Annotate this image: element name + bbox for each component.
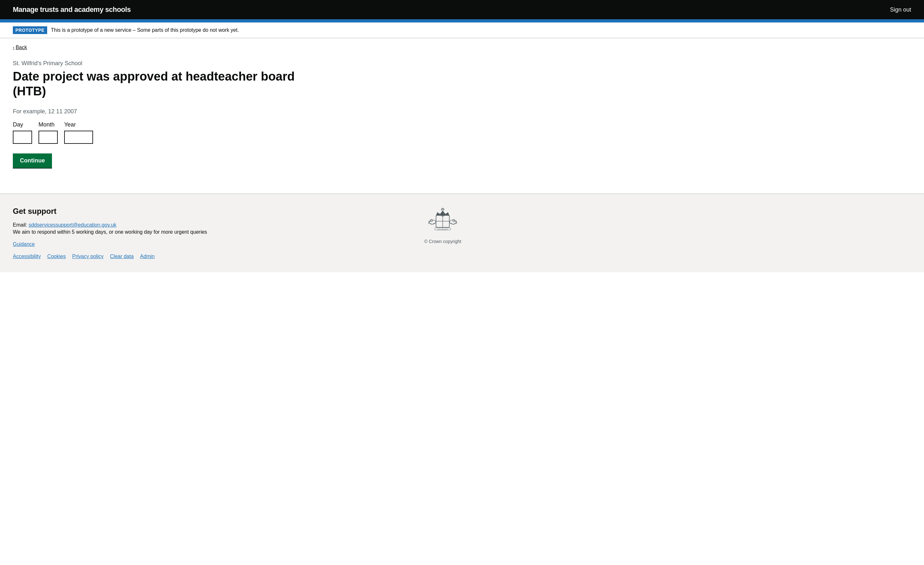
footer-link-accessibility[interactable]: Accessibility bbox=[13, 254, 41, 259]
year-field: Year bbox=[64, 121, 93, 144]
back-link-container: ‹ Back bbox=[13, 45, 295, 50]
footer: Get support Email: sddservicessupport@ed… bbox=[0, 194, 924, 272]
svg-text:DIEU ET MON DROIT: DIEU ET MON DROIT bbox=[437, 229, 448, 230]
crown-copyright-text: © Crown copyright bbox=[424, 239, 461, 244]
main-content: ‹ Back St. Wilfrid's Primary School Date… bbox=[0, 38, 308, 187]
sign-out-link[interactable]: Sign out bbox=[890, 6, 911, 13]
page-content: St. Wilfrid's Primary School Date projec… bbox=[13, 60, 295, 168]
year-input[interactable] bbox=[64, 131, 93, 144]
date-hint-text: For example, 12 11 2007 bbox=[13, 108, 295, 115]
footer-guidance-link[interactable]: Guidance bbox=[13, 241, 423, 247]
date-inputs: Day Month Year bbox=[13, 121, 295, 144]
prototype-message: This is a prototype of a new service – S… bbox=[51, 27, 239, 33]
footer-link-privacy-policy[interactable]: Privacy policy bbox=[72, 254, 104, 259]
back-chevron-icon: ‹ bbox=[13, 45, 14, 50]
footer-link-clear-data[interactable]: Clear data bbox=[110, 254, 134, 259]
month-field: Month bbox=[39, 121, 58, 144]
footer-links: Accessibility Cookies Privacy policy Cle… bbox=[13, 254, 423, 259]
day-input[interactable] bbox=[13, 131, 32, 144]
header: Manage trusts and academy schools Sign o… bbox=[0, 0, 924, 19]
svg-point-7 bbox=[441, 208, 444, 211]
footer-email-label: Email: sddservicessupport@education.gov.… bbox=[13, 222, 423, 228]
get-support-heading: Get support bbox=[13, 207, 423, 216]
continue-button[interactable]: Continue bbox=[13, 153, 52, 168]
year-label: Year bbox=[64, 121, 93, 128]
footer-link-cookies[interactable]: Cookies bbox=[47, 254, 66, 259]
day-label: Day bbox=[13, 121, 32, 128]
crown-emblem-icon: DIEU ET MON DROIT bbox=[423, 207, 462, 236]
month-input[interactable] bbox=[39, 131, 58, 144]
page-heading: Date project was approved at headteacher… bbox=[13, 69, 295, 99]
footer-email-link[interactable]: sddservicessupport@education.gov.uk bbox=[28, 222, 117, 228]
email-prefix: Email: bbox=[13, 222, 27, 228]
back-link[interactable]: ‹ Back bbox=[13, 45, 27, 50]
footer-response-text: We aim to respond within 5 working days,… bbox=[13, 229, 423, 235]
footer-left: Get support Email: sddservicessupport@ed… bbox=[13, 207, 423, 259]
footer-right: DIEU ET MON DROIT © Crown copyright bbox=[423, 207, 462, 244]
footer-link-admin[interactable]: Admin bbox=[140, 254, 154, 259]
footer-inner: Get support Email: sddservicessupport@ed… bbox=[13, 207, 462, 259]
blue-bar bbox=[0, 19, 924, 23]
prototype-banner: PROTOTYPE This is a prototype of a new s… bbox=[0, 23, 924, 38]
header-title: Manage trusts and academy schools bbox=[13, 6, 130, 14]
day-field: Day bbox=[13, 121, 32, 144]
back-link-label: Back bbox=[16, 45, 27, 50]
month-label: Month bbox=[39, 121, 58, 128]
prototype-badge: PROTOTYPE bbox=[13, 26, 47, 34]
school-name: St. Wilfrid's Primary School bbox=[13, 60, 295, 67]
